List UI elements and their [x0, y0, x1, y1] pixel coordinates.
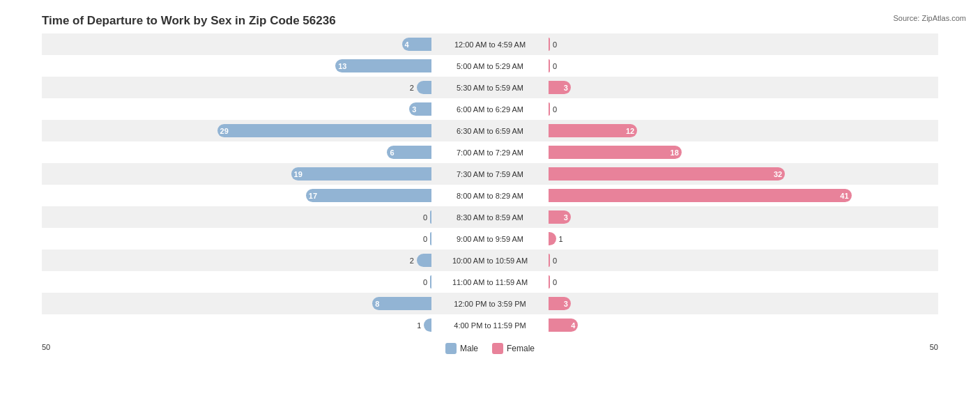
table-row: 29 6:30 AM to 6:59 AM 12: [42, 120, 938, 141]
time-label: 9:00 AM to 9:59 AM: [434, 235, 546, 243]
female-value-label: 3: [564, 213, 568, 222]
legend-male-label: Male: [460, 344, 478, 353]
male-value-outside: 2: [400, 256, 414, 265]
male-value-outside: 1: [407, 321, 421, 330]
male-value-outside: 0: [413, 213, 427, 222]
male-bar-wrapper: 0: [42, 271, 431, 293]
left-side: 3: [42, 98, 434, 120]
left-side: 2: [42, 77, 434, 98]
legend-female: Female: [492, 343, 535, 354]
male-value-label: 8: [375, 300, 379, 308]
female-value-outside: 1: [559, 235, 573, 243]
male-value-label: 3: [412, 105, 416, 114]
time-label: 5:00 AM to 5:29 AM: [434, 62, 546, 70]
male-bar: 6: [387, 146, 431, 159]
male-bar-wrapper: 2: [42, 250, 431, 271]
female-bar-wrapper: 18: [549, 141, 938, 163]
left-side: 8: [42, 293, 434, 314]
male-bar: 13: [335, 59, 431, 72]
table-row: 19 7:30 AM to 7:59 AM 32: [42, 163, 938, 185]
male-bar: [417, 81, 431, 94]
table-row: 6 7:00 AM to 7:29 AM 18: [42, 141, 938, 163]
male-bar: 4: [402, 38, 431, 51]
table-row: 8 12:00 PM to 3:59 PM 3: [42, 293, 938, 314]
female-value-label: 3: [564, 300, 568, 308]
male-value-label: 4: [405, 40, 409, 49]
right-side: 0: [546, 271, 938, 293]
right-side: 18: [546, 141, 938, 163]
legend-male: Male: [445, 343, 478, 354]
female-bar-wrapper: 3: [549, 206, 938, 228]
right-side: 32: [546, 163, 938, 185]
female-bar: 18: [549, 146, 682, 159]
time-label: 12:00 PM to 3:59 PM: [434, 300, 546, 308]
male-bar-wrapper: 3: [42, 98, 431, 120]
table-row: 17 8:00 AM to 8:29 AM 41: [42, 185, 938, 206]
male-bar-wrapper: 6: [42, 141, 431, 163]
male-bar-wrapper: 13: [42, 55, 431, 77]
male-bar: [417, 254, 431, 267]
left-side: 13: [42, 55, 434, 77]
female-bar-wrapper: 3: [549, 77, 938, 98]
female-value-outside: 0: [553, 105, 567, 114]
female-bar-wrapper: 0: [549, 98, 938, 120]
right-side: 1: [546, 228, 938, 250]
male-bar: [430, 232, 431, 245]
right-side: 0: [546, 55, 938, 77]
male-value-outside: 0: [413, 235, 427, 243]
female-bar-wrapper: 0: [549, 250, 938, 271]
male-bar: [430, 210, 431, 224]
male-bar-wrapper: 17: [42, 185, 431, 206]
female-bar: [549, 232, 556, 245]
male-bar: 3: [409, 102, 431, 116]
female-bar: 12: [549, 124, 637, 137]
male-bar-wrapper: 1: [42, 314, 431, 336]
table-row: 4 12:00 AM to 4:59 AM 0: [42, 33, 938, 55]
female-value-label: 18: [671, 148, 679, 157]
time-label: 7:00 AM to 7:29 AM: [434, 148, 546, 157]
male-bar-wrapper: 8: [42, 293, 431, 314]
male-bar: 19: [291, 167, 431, 181]
male-value-label: 6: [390, 148, 394, 157]
legend: Male Female: [445, 343, 535, 354]
legend-female-label: Female: [507, 344, 535, 353]
right-side: 3: [546, 77, 938, 98]
legend-female-box: [492, 343, 503, 354]
male-bar: [424, 319, 431, 332]
right-side: 41: [546, 185, 938, 206]
male-value-label: 17: [309, 192, 317, 200]
table-row: 0 9:00 AM to 9:59 AM 1: [42, 228, 938, 250]
female-value-label: 32: [774, 170, 782, 178]
female-bar-wrapper: 12: [549, 120, 938, 141]
time-label: 6:00 AM to 6:29 AM: [434, 105, 546, 114]
male-bar: 8: [372, 297, 431, 310]
bars-container: 4 12:00 AM to 4:59 AM 0 13: [42, 33, 938, 336]
female-bar-wrapper: 0: [549, 33, 938, 55]
table-row: 1 4:00 PM to 11:59 PM 4: [42, 314, 938, 336]
chart-area: 4 12:00 AM to 4:59 AM 0 13: [14, 33, 966, 357]
female-value-outside: 0: [553, 40, 567, 49]
time-label: 6:30 AM to 6:59 AM: [434, 127, 546, 135]
male-bar-wrapper: 0: [42, 206, 431, 228]
time-label: 8:30 AM to 8:59 AM: [434, 213, 546, 222]
female-bar-wrapper: 0: [549, 55, 938, 77]
right-side: 3: [546, 206, 938, 228]
right-side: 0: [546, 250, 938, 271]
legend-male-box: [445, 343, 457, 354]
left-side: 2: [42, 250, 434, 271]
left-side: 17: [42, 185, 434, 206]
female-value-label: 12: [626, 127, 634, 135]
time-label: 7:30 AM to 7:59 AM: [434, 170, 546, 178]
male-value-outside: 2: [400, 84, 414, 92]
left-side: 0: [42, 271, 434, 293]
left-side: 29: [42, 120, 434, 141]
female-bar: [549, 38, 550, 51]
female-bar: [549, 275, 550, 289]
female-bar: 3: [549, 210, 571, 224]
chart-container: Time of Departure to Work by Sex in Zip …: [0, 0, 980, 414]
male-value-label: 13: [338, 62, 346, 70]
female-bar: 4: [549, 319, 578, 332]
male-bar: 29: [217, 124, 431, 137]
female-value-label: 3: [564, 84, 568, 92]
axis-right-label: 50: [930, 343, 938, 351]
